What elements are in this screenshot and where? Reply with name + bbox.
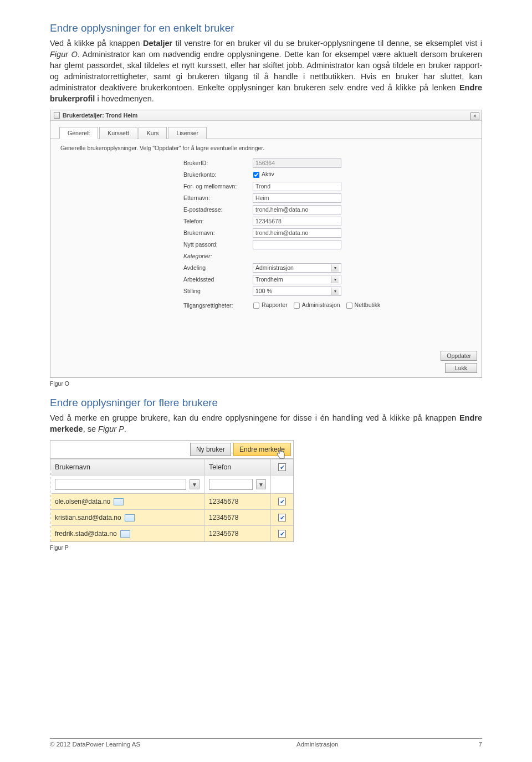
- text: . Administrator kan om nødvendig endre o…: [50, 50, 482, 92]
- filter-icon[interactable]: ▼: [190, 479, 200, 489]
- oppdater-button[interactable]: Oppdater: [441, 351, 477, 361]
- avdeling-select[interactable]: Administrasjon▾: [253, 263, 341, 273]
- dropdown-icon: ▾: [331, 264, 339, 272]
- text-figref-p: Figur P: [98, 425, 124, 433]
- rapporter-checkbox[interactable]: [253, 303, 259, 309]
- tab-generelt[interactable]: Generelt: [59, 127, 98, 139]
- form-area: BrukerID: Brukerkonto: Aktiv For- og mel…: [50, 158, 482, 318]
- text: Ved å merke en gruppe brukere, kan du en…: [50, 413, 459, 422]
- nyttpassord-field[interactable]: [253, 240, 341, 249]
- administrasjon-text: Administrasjon: [302, 301, 340, 308]
- dialog-title: Brukerdetaljer: Trond Heim: [63, 112, 137, 119]
- administrasjon-checkbox[interactable]: [294, 303, 300, 309]
- label-epost: E-postadresse:: [183, 206, 253, 213]
- rapporter-check-label[interactable]: Rapporter: [253, 301, 288, 309]
- paragraph-section1: Ved å klikke på knappen Detaljer til ven…: [50, 38, 482, 104]
- dialog-titlebar: Brukerdetaljer: Trond Heim: [50, 110, 482, 121]
- text: , se: [83, 425, 98, 433]
- cell-telefon: 12345678: [204, 494, 271, 509]
- fornavn-field[interactable]: [253, 182, 341, 191]
- col-brukernavn[interactable]: Brukernavn: [50, 459, 204, 475]
- grid-screenshot: Ny bruker Endre merkede Brukernavn Telef…: [50, 440, 294, 542]
- filter-telefon-input[interactable]: [209, 479, 253, 490]
- tab-lisenser[interactable]: Lisenser: [168, 127, 207, 139]
- arbeidssted-value: Trondheim: [255, 276, 283, 283]
- epost-field[interactable]: [253, 205, 341, 214]
- cell-brukernavn: kristian.sand@data.no: [50, 510, 204, 525]
- label-telefon: Telefon:: [183, 218, 253, 224]
- filter-icon[interactable]: ▼: [256, 479, 266, 489]
- footer-title: Administrasjon: [224, 741, 471, 748]
- table-row[interactable]: ole.olsen@data.no 12345678 ✔: [50, 493, 293, 509]
- close-button[interactable]: ×: [470, 112, 479, 120]
- footer-copyright: © 2012 DataPower Learning AS: [50, 741, 224, 748]
- text: .: [124, 425, 126, 433]
- page-footer: © 2012 DataPower Learning AS Administras…: [50, 738, 482, 748]
- footer-page-number: 7: [471, 741, 482, 748]
- heading-section2: Endre opplysninger for flere brukere: [50, 397, 482, 409]
- header-checkbox[interactable]: ✔: [278, 463, 286, 471]
- label-stilling: Stilling: [183, 288, 253, 294]
- dropdown-icon: ▾: [331, 288, 339, 295]
- label-avdeling: Avdeling: [183, 264, 253, 271]
- text-figref-o: Figur O: [50, 50, 78, 59]
- administrasjon-check-label[interactable]: Administrasjon: [293, 301, 340, 309]
- nettbutikk-checkbox[interactable]: [346, 303, 352, 309]
- text: i hovedmenyen.: [95, 94, 154, 103]
- paragraph-section2: Ved å merke en gruppe brukere, kan du en…: [50, 412, 482, 434]
- document-icon: [54, 112, 60, 119]
- label-fornavn: For- og mellomnavn:: [183, 183, 253, 190]
- stilling-select[interactable]: 100 %▾: [253, 287, 341, 296]
- row-checkbox[interactable]: ✔: [278, 514, 286, 521]
- cell-text: kristian.sand@data.no: [55, 514, 121, 521]
- label-kategorier: Kategorier:: [183, 253, 253, 259]
- cell-text: ole.olsen@data.no: [55, 498, 110, 505]
- etternavn-field[interactable]: [253, 193, 341, 203]
- aktiv-checkbox[interactable]: [253, 172, 259, 178]
- table-row[interactable]: fredrik.stad@data.no 12345678 ✔: [50, 525, 293, 541]
- table-row[interactable]: kristian.sand@data.no 12345678 ✔: [50, 509, 293, 525]
- tab-kurs[interactable]: Kurs: [139, 127, 167, 139]
- label-brukerid: BrukerID:: [183, 160, 253, 166]
- text: til venstre for en bruker vil du se bruk…: [172, 39, 482, 48]
- grid-filter-row: ▼ ▼: [50, 475, 293, 493]
- tilgang-checkboxes: Rapporter Administrasjon Nettbutikk: [253, 301, 380, 309]
- lukk-button[interactable]: Lukk: [445, 363, 477, 373]
- label-etternavn: Etternavn:: [183, 195, 253, 201]
- jagged-edge: [50, 471, 52, 541]
- brukerid-field: [253, 158, 341, 168]
- col-telefon[interactable]: Telefon: [204, 459, 271, 475]
- tab-description: Generelle brukeropplysninger. Velg "Oppd…: [50, 139, 482, 158]
- row-checkbox[interactable]: ✔: [278, 530, 286, 538]
- text-bold-detaljer: Detaljer: [143, 39, 172, 48]
- col-select[interactable]: ✔: [271, 459, 293, 475]
- grid-header: Brukernavn Telefon ✔: [50, 459, 293, 475]
- mail-icon[interactable]: [114, 498, 124, 505]
- row-checkbox[interactable]: ✔: [278, 498, 286, 505]
- avdeling-value: Administrasjon: [255, 264, 294, 271]
- tab-kurssett[interactable]: Kurssett: [99, 127, 137, 139]
- arbeidssted-select[interactable]: Trondheim▾: [253, 275, 341, 284]
- label-brukernavn: Brukernavn:: [183, 229, 253, 236]
- nettbutikk-check-label[interactable]: Nettbutikk: [346, 301, 381, 309]
- mail-icon[interactable]: [125, 514, 135, 521]
- caption-figur-p: Figur P: [50, 544, 482, 551]
- rapporter-text: Rapporter: [262, 301, 288, 308]
- cell-text: fredrik.stad@data.no: [55, 530, 117, 538]
- brukernavn-field[interactable]: [253, 228, 341, 238]
- mail-icon[interactable]: [120, 530, 130, 538]
- aktiv-text: Aktiv: [262, 171, 274, 177]
- label-brukerkonto: Brukerkonto:: [183, 171, 253, 178]
- text: Ved å klikke på knappen: [50, 39, 143, 48]
- cell-brukernavn: ole.olsen@data.no: [50, 494, 204, 509]
- cell-telefon: 12345678: [204, 526, 271, 541]
- cell-telefon: 12345678: [204, 510, 271, 525]
- filter-brukernavn-input[interactable]: [55, 479, 186, 490]
- telefon-field[interactable]: [253, 217, 341, 226]
- aktiv-checkbox-label[interactable]: Aktiv: [253, 171, 274, 178]
- ny-bruker-button[interactable]: Ny bruker: [190, 443, 231, 456]
- dialog-tabs: Generelt Kurssett Kurs Lisenser: [50, 121, 482, 139]
- label-arbeidssted: Arbeidssted: [183, 276, 253, 283]
- dialog-button-bar: Oppdater Lukk: [50, 318, 482, 377]
- nettbutikk-text: Nettbutikk: [355, 301, 381, 308]
